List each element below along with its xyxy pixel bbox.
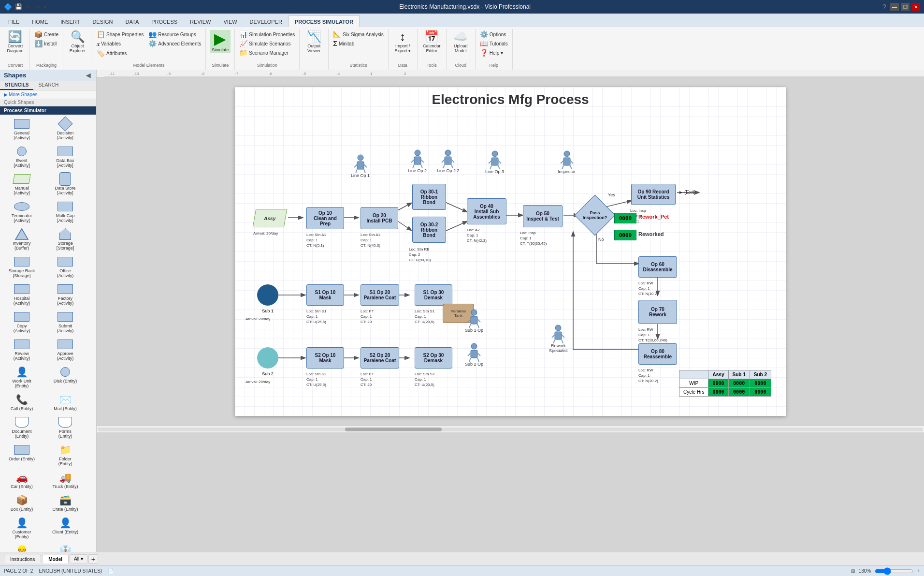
assy-node[interactable]: Assy xyxy=(253,209,288,227)
minitab-button[interactable]: Σ Minitab xyxy=(332,39,385,48)
op60-node[interactable]: Op 60Disassemble xyxy=(638,256,677,278)
undo-btn[interactable]: ↩ xyxy=(25,3,32,10)
shape-item-truck[interactable]: 🚚 Truck (Entity) xyxy=(45,470,85,490)
shape-item-office-activity[interactable]: Office(Activity) xyxy=(45,254,85,279)
tab-file[interactable]: FILE xyxy=(2,15,26,27)
tab-developer[interactable]: DEVELOPER xyxy=(244,15,289,27)
scenario-manager-button[interactable]: 📁 Scenario Manager xyxy=(238,48,296,57)
close-button[interactable]: ✕ xyxy=(911,3,920,11)
op50-node[interactable]: Op 50Inspect & Test xyxy=(523,205,563,227)
shape-item-disk[interactable]: Disk (Entity) xyxy=(45,365,85,389)
shape-item-submit[interactable]: Submit(Activity) xyxy=(45,310,85,334)
shape-item-review[interactable]: Review(Activity) xyxy=(2,337,42,362)
fit-page-icon[interactable]: ⊞ xyxy=(851,568,855,574)
simulation-properties-button[interactable]: 📊 Simulation Properties xyxy=(238,30,296,39)
shape-item-storage-rack[interactable]: Storage Rack[Storage] xyxy=(2,254,42,279)
pass-inspection-node[interactable]: PassInspection? xyxy=(578,198,612,232)
sub1-start-circle[interactable] xyxy=(257,284,278,306)
save-btn[interactable]: 💾 xyxy=(14,3,23,10)
tab-home[interactable]: HOME xyxy=(26,15,54,27)
minimize-button[interactable]: — xyxy=(890,3,899,11)
s1op10-node[interactable]: S1 Op 10Mask xyxy=(306,284,344,306)
op302-node[interactable]: Op 30-2RibbonBond xyxy=(412,217,446,243)
s2op20-node[interactable]: S2 Op 20Paralene Coat xyxy=(361,347,399,369)
shape-item-work-unit[interactable]: 👤 Work Unit(Entity) xyxy=(2,365,42,389)
shape-item-supervisor[interactable]: 👔 Supervisor(Resource) xyxy=(45,543,85,552)
shape-item-mail[interactable]: ✉️ Mail (Entity) xyxy=(45,392,85,412)
shape-item-multicap[interactable]: Multi-Cap[Activity] xyxy=(45,199,85,224)
shape-item-databox-activity[interactable]: Data Box[Activity] xyxy=(45,144,85,169)
redo-btn[interactable]: ↪ xyxy=(34,3,41,10)
page-tab-model[interactable]: Model xyxy=(42,555,69,563)
op20-node[interactable]: Op 20Install PCB xyxy=(361,207,398,229)
import-export-button[interactable]: ↕️ Import /Export ▾ xyxy=(393,30,413,54)
zoom-in-button[interactable]: + xyxy=(917,568,920,574)
op301-node[interactable]: Op 30-1RibbonBond xyxy=(412,184,446,210)
horizontal-scrollbar[interactable] xyxy=(97,426,924,432)
shape-properties-button[interactable]: 📋 Shape Properties xyxy=(95,30,145,39)
shape-item-order[interactable]: Order (Entity) xyxy=(2,443,42,467)
advanced-elements-button[interactable]: ⚙️ Advanced Elements xyxy=(147,39,202,48)
shape-item-customer[interactable]: 👤 Customer(Entity) xyxy=(2,516,42,540)
shape-item-storage[interactable]: Storage[Storage] xyxy=(45,227,85,251)
s1op20-node[interactable]: S1 Op 20Paralene Coat xyxy=(361,284,399,306)
shape-item-datastore-activity[interactable]: Data Store[Activity] xyxy=(45,172,85,196)
shapes-collapse-button[interactable]: ◀ xyxy=(84,72,92,79)
simulate-scenarios-button[interactable]: 📈 Simulate Scenarios xyxy=(238,39,296,48)
hscroll-track[interactable] xyxy=(98,428,923,431)
shape-item-call[interactable]: 📞 Call (Entity) xyxy=(2,392,42,412)
shape-item-manual-activity[interactable]: Manual[Activity] xyxy=(2,172,42,196)
shape-item-car[interactable]: 🚗 Car (Entity) xyxy=(2,470,42,490)
resource-groups-button[interactable]: 👥 Resource Groups xyxy=(147,30,202,39)
tab-insert[interactable]: INSERT xyxy=(54,15,86,27)
shape-item-document[interactable]: Document(Entity) xyxy=(2,415,42,440)
shape-item-worker[interactable]: 👷 Worker(Resource) xyxy=(2,543,42,552)
tutorials-button[interactable]: 📖 Tutorials xyxy=(478,39,509,48)
help-icon[interactable]: ? xyxy=(882,3,886,11)
calendar-editor-button[interactable]: 📅 CalendarEditor xyxy=(421,30,443,54)
variables-button[interactable]: 𝑥 Variables xyxy=(95,39,145,48)
restore-button[interactable]: ❐ xyxy=(901,3,910,11)
op80-node[interactable]: Op 80Reassemble xyxy=(638,343,677,365)
shape-item-folder[interactable]: 📁 Folder(Entity) xyxy=(45,443,85,467)
page-tab-instructions[interactable]: Instructions xyxy=(4,555,41,563)
canvas-wrapper[interactable]: Electronics Mfg Process xyxy=(97,77,924,552)
tab-data[interactable]: DATA xyxy=(119,15,145,27)
op70-node[interactable]: Op 70Rework xyxy=(638,300,677,324)
tab-process[interactable]: PROCESS xyxy=(145,15,184,27)
shape-item-approve[interactable]: Approve(Activity) xyxy=(45,337,85,362)
shape-item-terminator[interactable]: Terminator[Activity] xyxy=(2,199,42,224)
shape-item-decision-activity[interactable]: Decision[Activity] xyxy=(45,117,85,141)
hscroll-thumb[interactable] xyxy=(345,428,442,431)
shape-item-inventory[interactable]: Inventory(Buffer) xyxy=(2,227,42,251)
output-viewer-button[interactable]: 📉 OutputViewer xyxy=(304,30,324,54)
diagram-canvas[interactable]: Electronics Mfg Process xyxy=(235,87,786,416)
shapes-tab-search[interactable]: SEARCH xyxy=(33,81,63,90)
simulate-button[interactable]: ▶ Simulate xyxy=(210,30,231,53)
object-explorer-button[interactable]: 🔍 ObjectExplorer xyxy=(68,30,88,54)
more-shapes-button[interactable]: ▶ More Shapes xyxy=(0,90,96,99)
install-button[interactable]: ⬇️ Install xyxy=(33,39,60,48)
convert-diagram-button[interactable]: 🔄 ConvertDiagram xyxy=(5,30,25,54)
tab-view[interactable]: VIEW xyxy=(217,15,243,27)
create-button[interactable]: 📦 Create xyxy=(33,30,60,39)
six-sigma-button[interactable]: 📐 Six Sigma Analysis xyxy=(332,30,385,39)
shape-item-factory[interactable]: Factory(Activity) xyxy=(45,282,85,307)
shape-item-client[interactable]: 👤 Client (Entity) xyxy=(45,516,85,540)
s1op30-node[interactable]: S1 Op 30Demask xyxy=(415,284,452,306)
op90-node[interactable]: Op 90 RecordUnit Statistics xyxy=(631,184,676,205)
add-page-button[interactable]: + xyxy=(88,554,98,564)
shapes-tab-stencils[interactable]: STENCILS xyxy=(0,81,33,90)
op10-node[interactable]: Op 10Clean and Prep xyxy=(306,207,344,229)
tab-design[interactable]: DESIGN xyxy=(86,15,119,27)
customize-quick-access[interactable]: ▾ xyxy=(43,3,47,10)
help-button[interactable]: ❓ Help ▾ xyxy=(478,48,509,57)
shape-item-event-activity[interactable]: Event[Activity] xyxy=(2,144,42,169)
s2op30-node[interactable]: S2 Op 30Demask xyxy=(415,347,452,369)
tab-process-simulator[interactable]: PROCESS SIMULATOR xyxy=(289,15,360,27)
shape-item-forms[interactable]: Forms(Entity) xyxy=(45,415,85,440)
s2op10-node[interactable]: S2 Op 10Mask xyxy=(306,347,344,369)
shape-item-general-activity[interactable]: General[Activity] xyxy=(2,117,42,141)
shape-item-hospital[interactable]: Hospital(Activity) xyxy=(2,282,42,307)
shape-item-crate[interactable]: 🗃️ Crate (Entity) xyxy=(45,493,85,513)
